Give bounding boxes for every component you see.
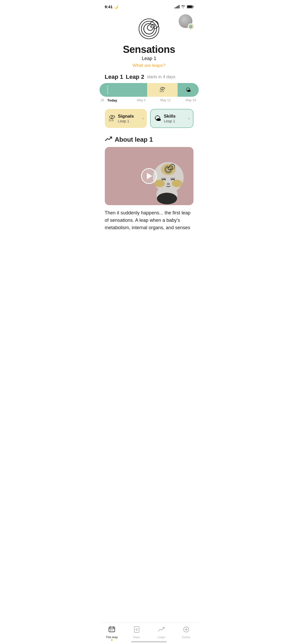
wifi-icon — [181, 5, 185, 8]
cards-area: ⛈ Signals Leap 1 › 🌤 Skills Leap 1 › — [100, 103, 199, 131]
leap2-label: Leap 2 — [126, 73, 144, 80]
play-button[interactable] — [141, 168, 157, 184]
svg-line-15 — [174, 178, 175, 180]
timeline-container: ⛈ 🌤 28 Today May 5 May 12 May 19 — [100, 83, 199, 103]
svg-point-7 — [172, 180, 182, 187]
settings-badge[interactable]: ⚙️ — [188, 23, 194, 30]
timeline-dashed-marker — [107, 86, 108, 94]
svg-line-10 — [164, 178, 164, 179]
what-are-leaps-link[interactable]: What are leaps? — [133, 63, 165, 68]
battery-icon — [187, 5, 193, 8]
status-time: 9:41 — [105, 4, 113, 9]
thunder-icon: ⛈ — [159, 86, 165, 93]
skills-card-subtitle: Leap 1 — [164, 119, 175, 123]
header-area: ⚙️ Sensations Leap 1 What are leaps? — [100, 12, 199, 68]
skills-card-icon: 🌤 — [154, 114, 161, 123]
svg-rect-1 — [193, 6, 193, 7]
about-section: About leap 1 — [100, 131, 199, 205]
leap1-label: Leap 1 — [105, 73, 123, 80]
spiral-logo — [137, 17, 161, 41]
svg-rect-2 — [187, 6, 192, 8]
video-thumbnail[interactable] — [105, 147, 193, 205]
trend-icon — [105, 136, 112, 143]
signals-card-chevron: › — [142, 116, 144, 121]
timeline-bar: ⛈ 🌤 — [100, 83, 199, 97]
svg-line-13 — [172, 178, 172, 179]
date-may12: May 12 — [160, 98, 171, 102]
timeline-segment-yellow: ⛈ — [147, 83, 178, 97]
page-title: Sensations — [123, 44, 175, 55]
about-header: About leap 1 — [105, 136, 193, 143]
date-28: 28 — [101, 98, 104, 102]
sunny-partly-icon: 🌤 — [186, 87, 191, 93]
description-text: Then it suddenly happens... the first le… — [100, 205, 199, 234]
play-triangle-icon — [147, 173, 152, 179]
signals-card[interactable]: ⛈ Signals Leap 1 › — [105, 109, 147, 128]
status-bar: 9:41 🌙 — [100, 0, 199, 12]
timeline-segment-right: 🌤 — [178, 83, 199, 97]
timeline-dates: 28 Today May 5 May 12 May 19 — [100, 97, 199, 103]
moon-icon: 🌙 — [114, 4, 118, 9]
about-title: About leap 1 — [115, 136, 153, 143]
skills-card-title: Skills — [164, 114, 175, 119]
timeline-segment-left — [100, 83, 147, 97]
svg-point-6 — [154, 180, 165, 187]
signals-card-subtitle: Leap 1 — [118, 119, 134, 123]
avatar-wrapper[interactable]: ⚙️ — [179, 14, 193, 29]
skills-card[interactable]: 🌤 Skills Leap 1 › — [150, 109, 193, 128]
date-may19: May 19 — [186, 98, 196, 102]
description-paragraph: Then it suddenly happens... the first le… — [105, 209, 193, 232]
starts-in-text: starts in 4 days — [147, 75, 175, 79]
signals-card-icon: ⛈ — [109, 114, 115, 123]
svg-point-4 — [157, 193, 177, 204]
skills-card-chevron: › — [188, 116, 189, 121]
signal-icon — [175, 5, 179, 8]
signals-card-text: Signals Leap 1 — [118, 114, 134, 123]
skills-card-text: Skills Leap 1 — [164, 114, 175, 123]
signals-card-title: Signals — [118, 114, 134, 119]
leap-timeline-header: Leap 1 Leap 2 starts in 4 days — [100, 68, 199, 80]
status-icons — [175, 5, 193, 8]
date-today: Today — [107, 98, 117, 102]
date-may5: May 5 — [137, 98, 146, 102]
gear-icon: ⚙️ — [188, 24, 193, 29]
leap-subtitle: Leap 1 — [142, 56, 156, 61]
